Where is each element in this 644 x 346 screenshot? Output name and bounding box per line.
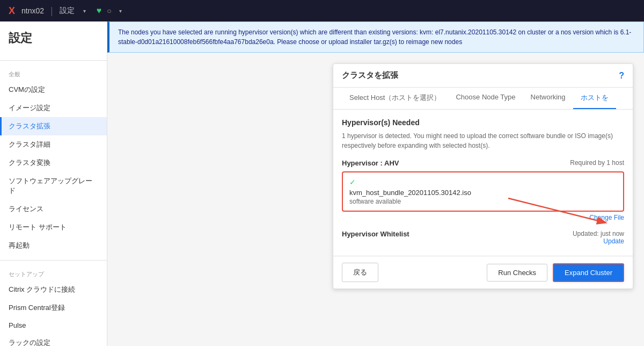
dialog-title: クラスタを拡張 [342, 70, 398, 81]
sidebar: 設定 全般 CVMの設定 イメージ設定 クラスタ拡張 クラスタ詳細 クラスタ変換… [0, 21, 107, 346]
sidebar-item-software-upgrade[interactable]: ソフトウェアアップグレード [0, 172, 107, 200]
sidebar-item-image[interactable]: イメージ設定 [0, 99, 107, 117]
dialog-container: クラスタを拡張 ? Select Host（ホストを選択） Choose Nod… [107, 53, 644, 300]
topbar-settings: 設定 [60, 6, 75, 16]
hypervisor-row: Hypervisor : AHV Required by 1 host [342, 159, 624, 167]
file-box: ✓ kvm_host_bundle_20201105.30142.iso sof… [342, 171, 624, 212]
user-icon[interactable]: ○ [107, 6, 111, 15]
update-link[interactable]: Update [573, 237, 624, 245]
app-name: ntnx02 [21, 6, 44, 15]
hypervisor-label: Hypervisor : AHV [342, 159, 399, 167]
app-logo: X [9, 5, 15, 17]
warning-text: The nodes you have selected are running … [118, 28, 631, 46]
sidebar-item-cluster-convert[interactable]: クラスタ変換 [0, 154, 107, 172]
sidebar-item-prism-central[interactable]: Prism Central登録 [0, 299, 107, 317]
sidebar-divider-top [0, 60, 107, 61]
check-icon: ✓ [349, 178, 617, 186]
sidebar-item-pulse[interactable]: Pulse [0, 317, 107, 334]
logo-x: X [9, 5, 15, 17]
file-name: kvm_host_bundle_20201105.30142.iso [349, 189, 617, 197]
expand-cluster-dialog: クラスタを拡張 ? Select Host（ホストを選択） Choose Nod… [333, 63, 633, 289]
file-status: software available [349, 198, 617, 205]
run-checks-button[interactable]: Run Checks [487, 264, 547, 282]
tab-choose-node-type[interactable]: Choose Node Type [448, 88, 523, 109]
updated-label: Updated: just now [573, 230, 624, 237]
content-area: The nodes you have selected are running … [107, 21, 644, 346]
hypervisors-needed-desc: 1 hypervisor is detected. You might need… [342, 131, 624, 150]
warning-banner: The nodes you have selected are running … [107, 21, 644, 53]
main-layout: 設定 全般 CVMの設定 イメージ設定 クラスタ拡張 クラスタ詳細 クラスタ変換… [0, 21, 644, 346]
page-title: 設定 [0, 30, 107, 55]
dialog-header: クラスタを拡張 ? [333, 64, 633, 88]
expand-cluster-button[interactable]: Expand Cluster [553, 263, 624, 282]
hypervisors-needed-title: Hypervisor(s) Needed [342, 118, 624, 127]
dialog-tabs: Select Host（ホストを選択） Choose Node Type Net… [333, 88, 633, 110]
tab-networking[interactable]: Networking [523, 88, 573, 109]
whitelist-row: Hypervisor Whitelist Updated: just now U… [342, 230, 624, 245]
file-diagram-wrapper: ✓ kvm_host_bundle_20201105.30142.iso sof… [342, 171, 624, 212]
sidebar-item-cvm[interactable]: CVMの設定 [0, 81, 107, 99]
sidebar-item-citrix[interactable]: Citrix クラウドに接続 [0, 280, 107, 299]
whitelist-label: Hypervisor Whitelist [342, 230, 409, 238]
sidebar-section-general: 全般 [0, 66, 107, 81]
sidebar-item-cluster-detail[interactable]: クラスタ詳細 [0, 135, 107, 154]
topbar: X ntnx02 | 設定 ▾ ♥ ○ ▾ [0, 0, 644, 21]
tab-select-host[interactable]: Select Host（ホストを選択） [342, 88, 448, 109]
dialog-body: Hypervisor(s) Needed 1 hypervisor is det… [333, 110, 633, 256]
topbar-divider: | [50, 5, 53, 17]
sidebar-item-rack[interactable]: ラックの設定 [0, 334, 107, 346]
sidebar-item-license[interactable]: ライセンス [0, 200, 107, 218]
dialog-footer: 戻る Run Checks Expand Cluster [333, 256, 633, 289]
sidebar-divider-mid [0, 260, 107, 261]
change-file-link[interactable]: Change File [342, 214, 624, 221]
whitelist-right: Updated: just now Update [573, 230, 624, 245]
back-button[interactable]: 戻る [342, 263, 378, 282]
topbar-icons: ♥ ○ ▾ [97, 6, 122, 16]
tab-host[interactable]: ホストを [573, 88, 616, 109]
sidebar-item-remote-support[interactable]: リモート サポート [0, 218, 107, 236]
footer-right: Run Checks Expand Cluster [487, 263, 624, 282]
help-button[interactable]: ? [619, 71, 624, 81]
sidebar-section-setup: セットアップ [0, 266, 107, 280]
sidebar-item-cluster-expand[interactable]: クラスタ拡張 [0, 117, 107, 135]
sidebar-item-restart[interactable]: 再起動 [0, 236, 107, 255]
topbar-caret[interactable]: ▾ [83, 8, 86, 14]
user-caret[interactable]: ▾ [119, 8, 122, 14]
required-label: Required by 1 host [570, 159, 624, 167]
health-icon[interactable]: ♥ [97, 6, 102, 16]
